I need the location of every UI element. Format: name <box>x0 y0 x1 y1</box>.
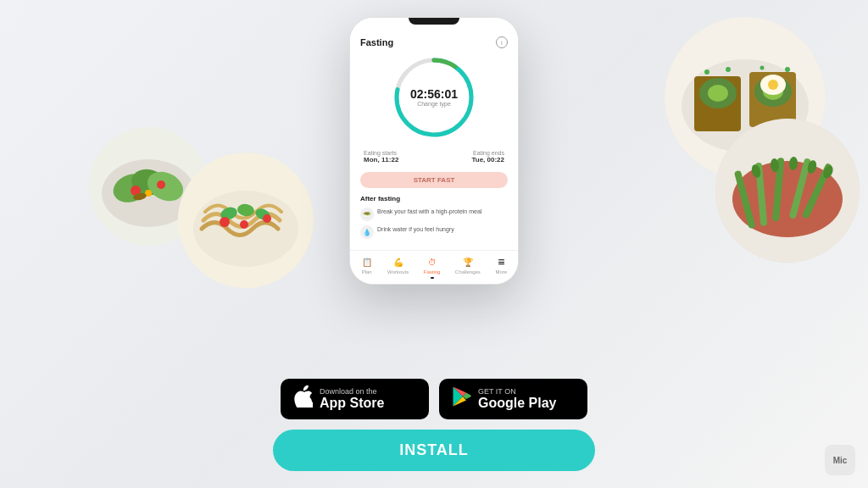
after-fasting-title: After fasting <box>360 195 508 202</box>
food-image-asparagus <box>715 119 860 263</box>
svg-point-11 <box>726 67 731 72</box>
tip-text-2: Drink water if you feel hungry <box>377 225 454 233</box>
bottom-content: Download on the App Store GET IT ON Goog… <box>222 379 646 471</box>
google-play-sub-label: GET IT ON <box>478 388 556 396</box>
app-store-button[interactable]: Download on the App Store <box>281 379 429 419</box>
eating-ends-value: Tue, 00:22 <box>471 156 504 164</box>
start-fast-button[interactable]: START FAST <box>360 172 508 188</box>
svg-point-40 <box>220 217 230 227</box>
svg-point-36 <box>193 191 298 267</box>
phone-body: Fasting i 02:56:01 Change type <box>349 17 519 285</box>
app-store-text: Download on the App Store <box>320 388 384 411</box>
tip-text-1: Break your fast with a high-protein meal <box>377 208 481 215</box>
eating-starts-label: Eating starts <box>364 150 397 156</box>
food-image-pasta <box>178 152 314 288</box>
nav-more-label: More <box>495 269 507 274</box>
phone-notch <box>409 18 459 25</box>
phone-header: Fasting i <box>360 31 508 48</box>
eating-ends-label: Eating ends <box>473 150 504 156</box>
store-buttons-row: Download on the App Store GET IT ON Goog… <box>281 379 587 419</box>
svg-point-9 <box>768 80 778 90</box>
corner-badge-label: Mic <box>833 456 848 465</box>
phone-nav: 📋 Plan 💪 Workouts ⏱ Fasting 🏆 Challenges… <box>350 250 518 284</box>
nav-challenges[interactable]: 🏆 Challenges <box>455 256 481 279</box>
nav-challenges-label: Challenges <box>455 269 481 274</box>
tip-icon-2: 💧 <box>360 225 374 239</box>
tip-icon-1: 🥗 <box>360 208 374 221</box>
eating-ends-block: Eating ends Tue, 00:22 <box>471 150 504 164</box>
nav-active-indicator <box>431 277 434 279</box>
eating-starts-value: Mon, 11:22 <box>364 156 398 164</box>
eating-starts-block: Eating starts Mon, 11:22 <box>364 150 398 164</box>
nav-workouts-label: Workouts <box>387 269 409 274</box>
challenges-icon: 🏆 <box>462 256 474 268</box>
svg-point-5 <box>708 85 728 102</box>
timer-container: 02:56:01 Change type <box>360 55 508 143</box>
svg-point-13 <box>785 67 790 72</box>
nav-fasting[interactable]: ⏱ Fasting <box>424 256 441 279</box>
nav-fasting-label: Fasting <box>424 269 441 274</box>
tip-item-1: 🥗 Break your fast with a high-protein me… <box>360 208 508 221</box>
info-icon: i <box>496 36 508 48</box>
timer-circle: 02:56:01 Change type <box>392 55 476 140</box>
more-icon: ≡ <box>495 256 507 268</box>
nav-plan-label: Plan <box>362 269 372 274</box>
svg-point-10 <box>704 69 709 75</box>
phone-screen: Fasting i 02:56:01 Change type <box>350 18 518 250</box>
eating-times: Eating starts Mon, 11:22 Eating ends Tue… <box>360 150 508 164</box>
svg-point-32 <box>157 180 165 189</box>
svg-point-12 <box>760 66 765 70</box>
workouts-icon: 💪 <box>392 256 404 268</box>
apple-icon <box>294 385 313 413</box>
phone-mockup: Fasting i 02:56:01 Change type <box>349 17 519 285</box>
svg-point-42 <box>240 220 248 229</box>
nav-workouts[interactable]: 💪 Workouts <box>387 256 409 279</box>
tip-item-2: 💧 Drink water if you feel hungry <box>360 225 508 239</box>
google-play-main-label: Google Play <box>478 396 556 411</box>
install-button[interactable]: INSTALL <box>273 430 595 471</box>
corner-badge: Mic <box>825 445 855 475</box>
plan-icon: 📋 <box>361 256 373 268</box>
svg-point-41 <box>263 214 271 223</box>
nav-more[interactable]: ≡ More <box>495 256 507 279</box>
change-type-label: Change type <box>410 101 458 107</box>
app-store-sub-label: Download on the <box>320 388 384 396</box>
timer-value: 02:56:01 <box>410 88 458 101</box>
nav-plan[interactable]: 📋 Plan <box>361 256 373 279</box>
fasting-icon: ⏱ <box>426 256 438 268</box>
app-title: Fasting <box>360 37 393 47</box>
google-play-button[interactable]: GET IT ON Google Play <box>439 379 587 419</box>
google-play-text: GET IT ON Google Play <box>478 388 556 411</box>
google-play-icon <box>453 386 471 412</box>
after-fasting-section: After fasting 🥗 Break your fast with a h… <box>360 195 508 239</box>
app-store-main-label: App Store <box>320 396 384 411</box>
timer-text: 02:56:01 Change type <box>410 88 458 107</box>
